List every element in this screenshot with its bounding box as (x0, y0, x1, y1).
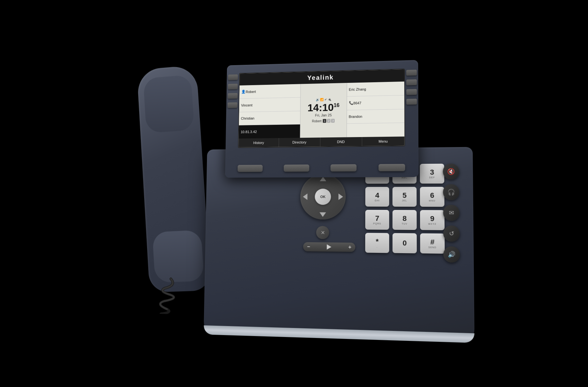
numkey-7-main: 7 (375, 215, 379, 222)
nav-down-icon[interactable] (319, 212, 326, 217)
numkey-5-sub: JKL (402, 199, 407, 202)
speaker-button-icon: 🔊 (448, 251, 456, 258)
numkey-7-sub: PQRS (373, 223, 381, 225)
numkey-*[interactable]: *. (365, 233, 389, 253)
nav-ring: OK (300, 174, 346, 220)
rline-2-num: 8647 (353, 101, 361, 105)
side-btn-3[interactable] (228, 93, 238, 99)
numkey-#[interactable]: #SEND (420, 233, 445, 254)
line-4-ip: 10.81.3.42 (241, 130, 257, 134)
clock-time: 14:1016 (308, 102, 339, 113)
softkey-directory[interactable]: Directory (279, 137, 320, 147)
numkey-0[interactable]: 0 (393, 233, 417, 253)
side-btn-r2[interactable] (406, 79, 417, 85)
numkey-3[interactable]: 3DEF (420, 164, 444, 184)
numkey-3-sub: DEF (429, 176, 435, 179)
nav-right-icon[interactable] (338, 194, 343, 200)
rline-3[interactable]: Brandon (347, 109, 405, 124)
numkey-8[interactable]: 8TUV (393, 210, 417, 230)
side-btn-2[interactable] (228, 84, 238, 89)
numkey-0-main: 0 (403, 240, 407, 247)
headset-button[interactable]: 🎧 (443, 184, 459, 200)
numkey-6-sub: MNO (429, 199, 435, 202)
numkey-9-main: 9 (430, 215, 434, 223)
brand-logo: Yealink (307, 74, 334, 82)
line-2-name: Vincent (241, 103, 252, 107)
nav-up-icon[interactable] (320, 177, 326, 181)
softkey-dnd[interactable]: DND (320, 137, 362, 146)
numkey-4[interactable]: 4GHI (365, 187, 389, 207)
volume-plus[interactable]: + (348, 244, 351, 250)
redial-button[interactable]: ↺ (443, 225, 460, 242)
hd-badge: HD® (186, 236, 200, 246)
numkey-6-main: 6 (430, 192, 434, 199)
numkey-9[interactable]: 9WXYZ (420, 210, 445, 230)
numkey-8-main: 8 (403, 215, 407, 223)
line-3[interactable]: Christian (239, 111, 300, 125)
numkey-*-main: * (376, 238, 379, 245)
rline-1[interactable]: Eric Zhang (347, 82, 404, 96)
message-button[interactable]: ✉ (443, 205, 459, 221)
phone-icon: 📞 (349, 101, 353, 105)
numkey-#-sub: SEND (428, 246, 436, 249)
keypad-area: OK ✕ − + 12ABC3DEF4GHI5JKL6MNO7PQRS8TUV9… (299, 164, 460, 325)
phys-softkey-4[interactable] (378, 164, 405, 171)
clock-seconds: 16 (334, 103, 339, 108)
mute-button-icon: 🔇 (447, 168, 455, 175)
mute-button[interactable]: 🔇 (443, 164, 459, 180)
numkey-4-main: 4 (375, 192, 379, 199)
phone-scene: HD® OK ✕ (121, 33, 478, 361)
bottom-row: Robert 1 2 3 (312, 119, 335, 123)
phys-softkey-1[interactable] (238, 165, 263, 172)
phys-softkey-2[interactable] (284, 164, 309, 172)
softkey-history[interactable]: History (239, 138, 279, 147)
numkey-4-sub: GHI (375, 199, 380, 202)
status-row: 🔊 📶 ✔ 🔌 (316, 98, 331, 101)
time-display: 14:1016 Fri, Jan 25 (308, 102, 339, 117)
nav-cluster: OK (300, 174, 346, 220)
side-btn-1[interactable] (228, 74, 238, 80)
side-btn-4[interactable] (228, 102, 238, 108)
softkey-menu[interactable]: Menu (362, 136, 404, 146)
date-display: Fri, Jan 25 (308, 113, 339, 117)
numkey-6[interactable]: 6MNO (420, 187, 445, 207)
side-btn-r3[interactable] (406, 89, 417, 95)
rline-1-name: Eric Zhang (349, 87, 366, 91)
ok-button[interactable]: OK (315, 189, 331, 205)
side-buttons-right (406, 70, 417, 105)
rline-3-name: Brandon (349, 114, 362, 119)
page-indicators: 1 2 3 (323, 119, 335, 123)
numkey-5[interactable]: 5JKL (392, 187, 416, 207)
active-line-label: Robert (312, 119, 322, 123)
numkey-#-main: # (430, 238, 435, 246)
line-1-name: Robert (246, 90, 256, 94)
volume-minus[interactable]: − (307, 244, 310, 250)
func-keys: 🔇🎧✉↺🔊 (443, 164, 460, 263)
display-module: Yealink 👤 Robert Vincent (225, 60, 418, 178)
numkey-7[interactable]: 7PQRS (365, 210, 389, 230)
line-1[interactable]: 👤 Robert (240, 84, 301, 99)
line-3-name: Christian (241, 116, 254, 120)
phys-softkey-3[interactable] (330, 164, 357, 172)
numkey-5-main: 5 (402, 192, 407, 199)
x-icon: ✕ (320, 229, 325, 235)
status-icons: 🔊 📶 ✔ 🔌 (316, 98, 331, 101)
numkey-9-sub: WXYZ (428, 223, 436, 225)
speaker-button[interactable]: 🔊 (443, 246, 460, 263)
redial-button-icon: ↺ (449, 230, 454, 237)
handset: HD® (137, 65, 211, 293)
rline-2[interactable]: 📞 8647 (347, 95, 404, 110)
screen: Yealink 👤 Robert Vincent (238, 69, 405, 148)
volume-bar: − + (303, 242, 355, 252)
line-4[interactable]: 10.81.3.42 (239, 124, 300, 138)
side-buttons-left (228, 74, 238, 108)
side-btn-r4[interactable] (406, 99, 417, 105)
person-icon: 👤 (241, 90, 246, 94)
cancel-button[interactable]: ✕ (316, 226, 329, 239)
cord (140, 275, 201, 315)
numkey-3-main: 3 (430, 169, 434, 176)
nav-left-icon[interactable] (303, 194, 308, 200)
line-2[interactable]: Vincent (239, 97, 300, 112)
side-btn-r1[interactable] (406, 70, 417, 76)
rline-4[interactable] (347, 123, 405, 137)
